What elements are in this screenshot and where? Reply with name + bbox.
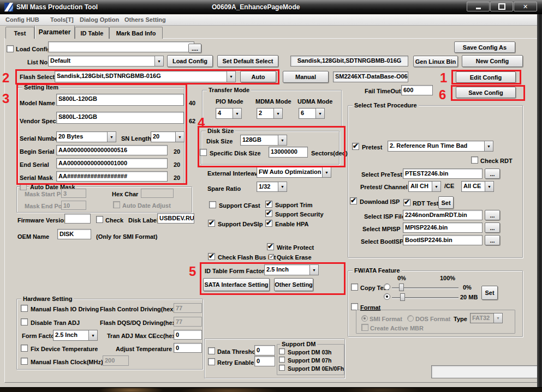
app-window: SMI Mass Production Tool O0609A_EnhanceP… <box>0 0 542 392</box>
annotation-number-2: 2 <box>2 70 9 86</box>
annotation-number-1: 1 <box>440 70 447 86</box>
close-button[interactable] <box>514 2 537 11</box>
tab-parameter[interactable]: Parameter <box>34 25 75 39</box>
maximize-button[interactable] <box>490 2 513 11</box>
title-bar: SMI Mass Production Tool O0609A_EnhanceP… <box>0 0 542 14</box>
desktop-background <box>0 387 542 392</box>
app-icon <box>4 3 13 11</box>
minimize-button[interactable] <box>467 2 490 11</box>
annotation-number-5: 5 <box>189 264 196 279</box>
tab-id-table[interactable]: ID Table <box>75 27 109 39</box>
menu-config-hub[interactable]: Config HUB <box>5 16 39 23</box>
tab-test[interactable]: Test <box>5 27 34 39</box>
annotation-number-6: 6 <box>439 87 446 102</box>
menu-dialog-option[interactable]: Dialog Option <box>80 16 119 23</box>
window-title: SMI Mass Production Tool <box>16 3 98 11</box>
annotation-number-3: 3 <box>2 91 9 106</box>
tab-page <box>4 38 538 383</box>
menu-bar: Config HUB Tools[T] Dialog Option Others… <box>0 15 537 26</box>
menu-tools[interactable]: Tools[T] <box>50 16 74 23</box>
menu-others-setting[interactable]: Others Setting <box>124 16 166 23</box>
tab-mark-bad-info[interactable]: Mark Bad Info <box>109 27 163 39</box>
annotation-number-4: 4 <box>198 115 205 130</box>
window-center-title: O0609A_EnhancePageMode <box>212 3 300 11</box>
window-right-frame <box>537 0 542 387</box>
